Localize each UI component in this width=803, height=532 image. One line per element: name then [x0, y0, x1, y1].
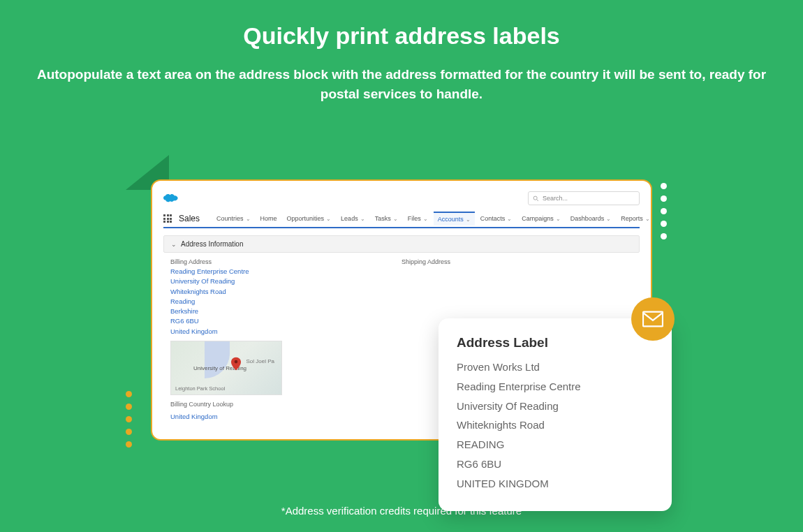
country-lookup-value[interactable]: United Kingdom — [170, 413, 218, 420]
tab-label: Leads — [341, 215, 358, 222]
label-line: Whiteknights Road — [457, 415, 654, 435]
address-label-title: Address Label — [457, 335, 654, 350]
label-line: UNITED KINGDOM — [457, 474, 654, 494]
map-label-bottom: Leighton Park School — [175, 385, 225, 392]
address-line[interactable]: United Kingdom — [170, 327, 402, 337]
label-line: RG6 6BU — [457, 455, 654, 474]
tab-label: Countries — [216, 215, 244, 222]
svg-line-1 — [537, 199, 538, 200]
map-label-right: Sol Joel Pa — [246, 358, 274, 364]
label-line: Reading Enterprise Centre — [457, 377, 654, 397]
search-icon — [533, 195, 539, 202]
billing-address-label: Billing Address — [170, 258, 402, 265]
tab-label: Home — [260, 215, 277, 222]
app-name: Sales — [179, 214, 200, 223]
search-input[interactable]: Search... — [528, 191, 640, 205]
tab-label: Tasks — [375, 215, 391, 222]
svg-point-2 — [235, 360, 238, 364]
tab-countries[interactable]: Countries⌄ — [212, 212, 255, 225]
chevron-down-icon: ⌄ — [246, 216, 251, 222]
section-header[interactable]: ⌄ Address Information — [163, 235, 640, 253]
chevron-down-icon: ⌄ — [606, 216, 611, 222]
tab-dashboards[interactable]: Dashboards⌄ — [566, 212, 616, 225]
page-title: Quickly print address labels — [0, 0, 803, 50]
tab-label: Files — [408, 215, 421, 222]
tab-label: Contacts — [480, 215, 506, 222]
map-preview[interactable]: University of Reading Sol Joel Pa Leight… — [170, 341, 282, 395]
label-line: READING — [457, 435, 654, 455]
chevron-down-icon: ⌄ — [466, 216, 471, 223]
chevron-down-icon: ⌄ — [423, 216, 428, 222]
tab-accounts[interactable]: Accounts⌄ — [434, 212, 475, 226]
tab-contacts[interactable]: Contacts⌄ — [476, 212, 517, 225]
address-line[interactable]: Reading — [170, 297, 402, 306]
label-line: Proven Works Ltd — [457, 357, 654, 377]
svg-point-0 — [533, 196, 537, 200]
salesforce-cloud-icon — [163, 191, 179, 205]
map-pin-icon — [231, 357, 241, 371]
address-line[interactable]: RG6 6BU — [170, 316, 402, 326]
address-line[interactable]: University Of Reading — [170, 276, 402, 286]
shipping-address-label: Shipping Address — [402, 258, 633, 265]
tab-opportunities[interactable]: Opportunities⌄ — [283, 212, 336, 225]
tab-label: Accounts — [438, 216, 464, 223]
mail-icon — [631, 297, 675, 341]
footnote: *Address verification credits required f… — [0, 505, 803, 517]
address-label-card: Address Label Proven Works LtdReading En… — [439, 318, 672, 511]
tab-campaigns[interactable]: Campaigns⌄ — [517, 212, 565, 225]
app-launcher-icon[interactable] — [163, 214, 172, 223]
label-line: University Of Reading — [457, 397, 654, 416]
address-line[interactable]: Berkshire — [170, 306, 402, 316]
chevron-down-icon: ⌄ — [393, 216, 398, 222]
tab-home[interactable]: Home — [256, 212, 281, 225]
search-placeholder: Search... — [543, 195, 568, 202]
decorative-dots-left — [126, 391, 132, 448]
tab-reports[interactable]: Reports⌄ — [617, 212, 652, 225]
chevron-down-icon: ⌄ — [507, 216, 512, 222]
tab-label: Reports — [621, 215, 643, 222]
chevron-down-icon: ⌄ — [556, 216, 561, 222]
chevron-down-icon: ⌄ — [645, 216, 650, 222]
page-subtitle: Autopopulate a text area on the address … — [0, 65, 803, 103]
chevron-down-icon: ⌄ — [360, 216, 365, 222]
address-line[interactable]: Whiteknights Road — [170, 287, 402, 297]
decorative-dots-right — [661, 183, 667, 239]
tab-label: Opportunities — [287, 215, 325, 222]
tab-leads[interactable]: Leads⌄ — [337, 212, 369, 225]
chevron-down-icon: ⌄ — [171, 241, 177, 248]
tab-label: Campaigns — [522, 215, 554, 222]
section-title: Address Information — [181, 240, 244, 248]
tab-files[interactable]: Files⌄ — [404, 212, 432, 225]
tab-label: Dashboards — [570, 215, 605, 222]
address-line[interactable]: Reading Enterprise Centre — [170, 267, 402, 276]
tab-tasks[interactable]: Tasks⌄ — [371, 212, 402, 225]
chevron-down-icon: ⌄ — [326, 216, 331, 222]
